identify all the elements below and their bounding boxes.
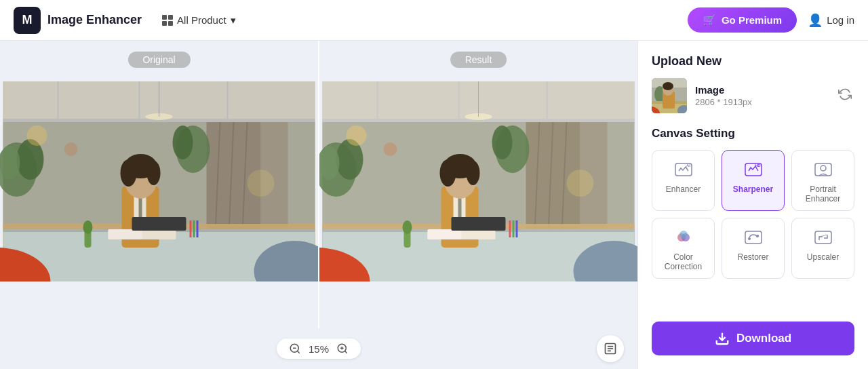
replace-image-button[interactable] — [835, 85, 854, 107]
svg-rect-126 — [815, 231, 831, 244]
tools-grid: AI Enhancer HD Sharpener — [652, 150, 854, 279]
portrait-icon-wrap — [814, 160, 833, 179]
svg-rect-40 — [190, 220, 192, 237]
original-label: Original — [127, 52, 190, 68]
svg-point-79 — [440, 159, 456, 187]
svg-rect-73 — [587, 251, 638, 281]
tool-color-correction[interactable]: Color Correction — [652, 218, 715, 279]
canvas-toolbar: 15% — [0, 328, 637, 369]
notes-button[interactable] — [597, 335, 624, 362]
svg-rect-41 — [193, 220, 195, 237]
svg-rect-36 — [108, 229, 142, 239]
logo: M — [14, 7, 41, 34]
svg-text:AI: AI — [686, 163, 690, 168]
svg-point-65 — [492, 125, 513, 159]
zoom-controls: 15% — [277, 338, 361, 359]
login-button[interactable]: 👤 Log in — [808, 13, 854, 28]
upscaler-label: Upscaler — [807, 252, 839, 262]
svg-point-85 — [403, 220, 412, 234]
color-correction-icon-wrap — [674, 228, 693, 247]
canvas-area: Original — [0, 41, 637, 369]
tool-upscaler[interactable]: Upscaler — [791, 218, 854, 279]
original-image — [0, 81, 318, 281]
svg-line-127 — [819, 235, 827, 237]
logo-text: M — [22, 13, 33, 27]
svg-rect-71 — [319, 258, 357, 281]
tool-restorer[interactable]: Restorer — [722, 218, 785, 279]
sharpener-label: Sharpener — [733, 184, 773, 194]
result-label: Result — [450, 52, 507, 68]
panel-divider — [318, 41, 319, 328]
header: M Image Enhancer All Product ▾ 🛒 Go Prem… — [0, 0, 868, 41]
restorer-label: Restorer — [737, 252, 768, 262]
svg-point-45 — [248, 170, 275, 197]
grid-icon — [162, 15, 173, 26]
svg-point-17 — [0, 146, 20, 180]
svg-point-39 — [83, 220, 93, 234]
svg-point-113 — [663, 82, 673, 90]
enhancer-label: Enhancer — [666, 184, 701, 194]
go-premium-button[interactable]: 🛒 Go Premium — [688, 7, 797, 33]
all-product-button[interactable]: All Product ▾ — [155, 10, 243, 31]
portrait-enhancer-label: Portrait Enhancer — [797, 184, 848, 203]
svg-rect-5 — [227, 81, 229, 122]
svg-point-19 — [173, 125, 193, 159]
tool-enhancer[interactable]: AI Enhancer — [652, 150, 715, 211]
chevron-down-icon: ▾ — [231, 14, 236, 26]
result-image: watermark — [319, 81, 637, 281]
svg-line-97 — [344, 351, 347, 353]
image-info-row: Image 2806 * 1913px — [652, 78, 854, 113]
restorer-icon-wrap — [744, 228, 763, 247]
svg-point-90 — [384, 142, 397, 156]
svg-rect-86 — [509, 220, 511, 237]
upload-new-title: Upload New — [652, 54, 854, 69]
main-content: Original — [0, 41, 868, 369]
svg-rect-51 — [547, 81, 548, 122]
svg-rect-27 — [268, 251, 319, 281]
original-panel: Original — [0, 41, 318, 328]
result-panel: Result — [319, 41, 637, 328]
user-icon: 👤 — [808, 13, 823, 28]
upscaler-icon-wrap — [814, 228, 833, 247]
svg-point-33 — [121, 159, 137, 187]
svg-point-91 — [567, 170, 594, 197]
svg-point-80 — [467, 161, 480, 185]
tool-portrait-enhancer[interactable]: Portrait Enhancer — [791, 150, 854, 211]
svg-rect-37 — [132, 217, 186, 231]
svg-point-124 — [748, 237, 751, 240]
image-comparison: Original — [0, 41, 637, 328]
download-button[interactable]: Download — [652, 322, 854, 355]
image-thumbnail — [652, 78, 687, 113]
login-label: Log in — [827, 14, 854, 26]
right-panel: Upload New Image 2806 * 1913p — [637, 41, 868, 369]
zoom-out-button[interactable] — [289, 343, 301, 355]
zoom-value: 15% — [307, 343, 331, 355]
zoom-in-button[interactable] — [336, 343, 349, 355]
svg-rect-3 — [58, 81, 59, 122]
svg-rect-49 — [377, 81, 378, 122]
color-correction-label: Color Correction — [658, 252, 709, 271]
canvas-setting-title: Canvas Setting — [652, 127, 854, 140]
svg-rect-123 — [745, 231, 762, 244]
image-meta: Image 2806 * 1913px — [695, 84, 827, 107]
download-label: Download — [736, 332, 791, 345]
svg-text:HD: HD — [755, 163, 761, 168]
svg-point-63 — [319, 146, 340, 180]
svg-rect-4 — [139, 81, 140, 122]
svg-point-89 — [347, 125, 367, 146]
premium-label: Go Premium — [722, 14, 782, 26]
download-icon — [715, 331, 730, 346]
svg-point-34 — [147, 161, 161, 185]
svg-rect-83 — [452, 217, 506, 231]
image-size: 2806 * 1913px — [695, 97, 827, 107]
cart-icon: 🛒 — [703, 14, 716, 26]
tool-sharpener[interactable]: HD Sharpener — [722, 150, 785, 211]
app-name: Image Enhancer — [47, 13, 142, 27]
svg-point-44 — [64, 142, 78, 156]
svg-rect-87 — [513, 220, 515, 237]
svg-point-119 — [821, 166, 826, 171]
enhancer-icon-wrap: AI — [674, 160, 693, 179]
svg-rect-25 — [0, 258, 37, 281]
image-name: Image — [695, 84, 827, 96]
svg-rect-82 — [428, 229, 462, 239]
